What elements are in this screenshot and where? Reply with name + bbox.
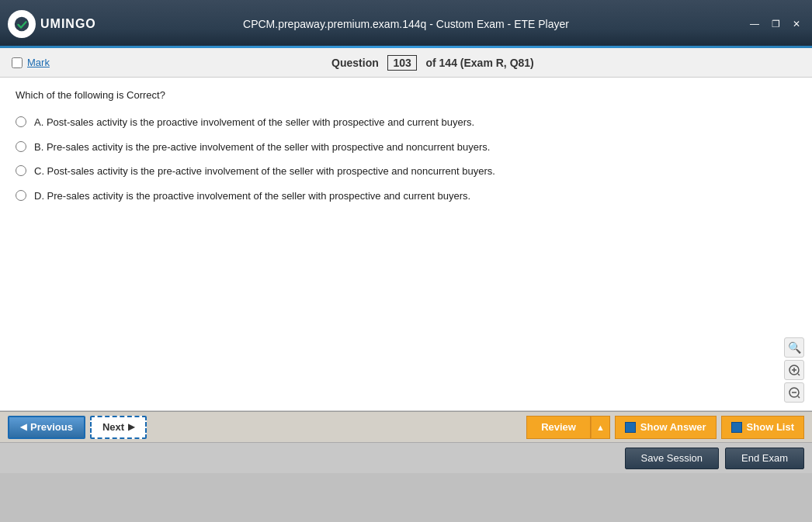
review-dropdown-button[interactable]: ▲ (591, 416, 610, 439)
radio-c[interactable] (16, 165, 26, 176)
prev-arrow-icon: ◀ (20, 422, 26, 432)
next-label: Next (102, 421, 124, 433)
show-answer-button[interactable]: Show Answer (615, 416, 717, 439)
restore-button[interactable]: ❐ (768, 18, 784, 30)
radio-b[interactable] (16, 141, 26, 152)
show-list-button[interactable]: Show List (721, 416, 804, 439)
close-button[interactable]: ✕ (789, 18, 804, 30)
question-number: 103 (387, 55, 416, 71)
logo-area: UMINGO (8, 10, 96, 38)
search-icon[interactable]: 🔍 (784, 337, 804, 358)
window-controls: — ❐ ✕ (746, 18, 804, 30)
show-answer-checkbox-icon (625, 422, 636, 433)
end-exam-button[interactable]: End Exam (725, 448, 804, 469)
option-d[interactable]: D. Pre-sales activity is the proactive i… (16, 188, 796, 204)
option-d-text: D. Pre-sales activity is the proactive i… (34, 188, 470, 204)
review-button-group: Review ▲ (526, 416, 610, 439)
option-c-text: C. Post-sales activity is the pre-active… (34, 164, 495, 179)
radio-d[interactable] (16, 190, 26, 201)
zoom-controls: 🔍 (784, 337, 804, 403)
title-bar: UMINGO CPCM.prepaway.premium.exam.144q -… (0, 0, 812, 48)
question-number-area: Question 103 of 144 (Exam R, Q81) (65, 55, 800, 71)
svg-line-4 (798, 374, 800, 375)
question-text: Which of the following is Correct? (16, 89, 796, 101)
question-meta: of 144 (Exam R, Q81) (425, 57, 533, 69)
save-session-button[interactable]: Save Session (625, 448, 720, 469)
option-b[interactable]: B. Pre-sales activity is the pre-active … (16, 140, 796, 155)
show-list-checkbox-icon (731, 422, 742, 433)
show-answer-label: Show Answer (640, 421, 706, 433)
option-b-text: B. Pre-sales activity is the pre-active … (34, 140, 490, 155)
mark-checkbox[interactable] (12, 57, 23, 68)
logo-text: UMINGO (40, 17, 96, 31)
mark-label[interactable]: Mark (27, 57, 50, 68)
svg-line-7 (798, 396, 800, 398)
previous-label: Previous (30, 421, 73, 433)
next-button[interactable]: Next ▶ (90, 416, 147, 439)
radio-a[interactable] (16, 116, 26, 127)
bottom-toolbar: ◀ Previous Next ▶ Review ▲ Show Answer S… (0, 411, 812, 442)
option-c[interactable]: C. Post-sales activity is the pre-active… (16, 164, 796, 179)
minimize-button[interactable]: — (746, 18, 763, 30)
bottom-action-bar: Save Session End Exam (0, 442, 812, 473)
next-arrow-icon: ▶ (128, 422, 134, 432)
option-a-text: A. Post-sales activity is the proactive … (34, 115, 474, 130)
dropdown-arrow-icon: ▲ (596, 423, 605, 432)
review-button[interactable]: Review (526, 416, 591, 439)
review-label: Review (541, 421, 576, 433)
window-title: CPCM.prepaway.premium.exam.144q - Custom… (243, 18, 569, 30)
show-list-label: Show List (747, 421, 794, 433)
option-a[interactable]: A. Post-sales activity is the proactive … (16, 115, 796, 130)
previous-button[interactable]: ◀ Previous (8, 416, 85, 439)
zoom-out-button[interactable] (784, 382, 804, 403)
question-label: Question (331, 57, 379, 69)
question-header: Mark Question 103 of 144 (Exam R, Q81) (0, 48, 812, 78)
svg-point-0 (15, 17, 29, 31)
mark-area[interactable]: Mark (12, 57, 50, 68)
main-content: Which of the following is Correct? A. Po… (0, 78, 812, 411)
logo-icon (8, 10, 36, 38)
zoom-in-button[interactable] (784, 360, 804, 380)
